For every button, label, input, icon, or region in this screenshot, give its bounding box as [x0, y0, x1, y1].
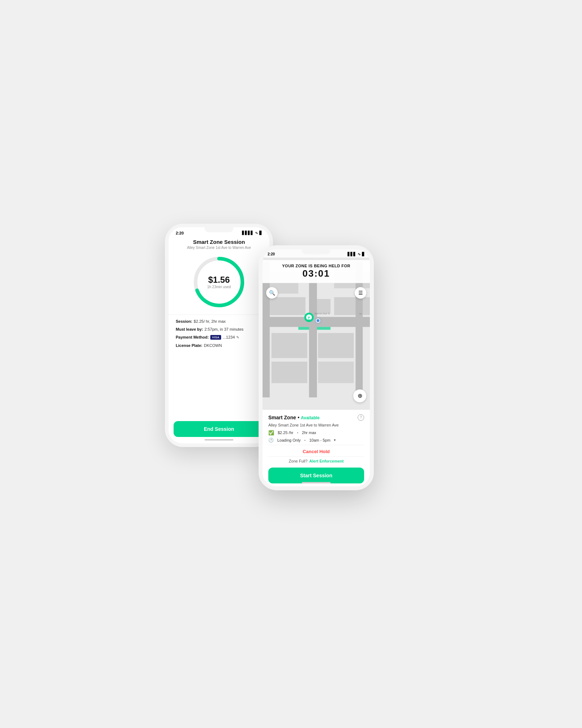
help-button[interactable]: ?: [358, 414, 364, 421]
map-area: Warren Ave N Str 2:20 ▋▋▋ ∿ ▊: [263, 249, 370, 410]
circle-time: 1h 23min used: [207, 285, 231, 289]
svg-text:P: P: [308, 316, 310, 320]
left-title: Smart Zone Session: [169, 239, 269, 245]
max-time: 2hr max: [302, 430, 316, 435]
menu-icon: ☰: [358, 290, 363, 296]
home-indicator-left: [205, 439, 233, 441]
compass-button[interactable]: ⊕: [353, 389, 366, 402]
alert-enforcement-link[interactable]: Alert Enforcement: [309, 459, 344, 463]
menu-button[interactable]: ☰: [355, 287, 366, 299]
visa-badge: VISA: [210, 335, 221, 340]
bullet-sep: •: [297, 430, 298, 435]
zone-title: Smart Zone: [268, 415, 296, 420]
phone-right: Warren Ave N Str 2:20 ▋▋▋ ∿ ▊: [259, 245, 374, 490]
battery-icon: ▊: [259, 231, 262, 235]
license-label: License Plate:: [176, 343, 202, 348]
price: $2.25 /hr: [278, 430, 293, 435]
left-subtitle: Alley Smart Zone 1st Ave to Warren Ave: [169, 246, 269, 250]
circle-text: $1.56 1h 23min used: [207, 275, 231, 289]
mustleave-value: 2:57pm, in 37 minutes: [205, 327, 243, 331]
hold-banner: YOUR ZONE IS BEING HELD FOR 03:01: [263, 260, 370, 283]
status-icons-left: ▋▋▋▋ ∿ ▊: [242, 231, 262, 235]
circle-amount: $1.56: [207, 275, 231, 285]
svg-text:Warren Ave N: Warren Ave N: [314, 312, 330, 314]
check-icon: ✅: [268, 430, 274, 436]
mustleave-label: Must leave by:: [176, 327, 203, 331]
search-icon[interactable]: 🔍: [266, 287, 278, 299]
map-pin: P: [304, 312, 314, 326]
svg-rect-14: [272, 333, 307, 358]
card-number: ...1234: [223, 335, 235, 339]
svg-rect-15: [318, 333, 354, 358]
home-indicator-right: [302, 482, 331, 483]
info-section: Session: $2.25/ hr, 2hr max Must leave b…: [169, 314, 269, 351]
left-phone-content: 2:20 ▋▋▋▋ ∿ ▊ Smart Zone Session Alley S…: [169, 227, 269, 443]
bottom-panel: Smart Zone • Available ? Alley Smart Zon…: [263, 410, 370, 486]
mustleave-row: Must leave by: 2:57pm, in 37 minutes: [176, 327, 262, 331]
session-label: Session:: [176, 319, 192, 323]
user-location: [316, 318, 320, 323]
chevron-down-icon[interactable]: ▾: [334, 438, 336, 442]
time-right: 2:20: [268, 252, 275, 256]
payment-row: Payment Method: VISA ...1234 ✎: [176, 335, 262, 340]
cancel-hold-button[interactable]: Cancel Hold: [268, 445, 364, 457]
session-info: $2.25/ hr, 2hr max: [194, 319, 226, 323]
start-session-button[interactable]: Start Session: [268, 468, 364, 483]
compass-icon: ⊕: [358, 392, 362, 399]
phone-left: 2:20 ▋▋▋▋ ∿ ▊ Smart Zone Session Alley S…: [165, 224, 273, 447]
restriction: Loading Only: [277, 438, 301, 442]
time-left: 2:20: [176, 231, 184, 235]
signal-icon: ▋▋▋▋: [242, 231, 254, 235]
search-button[interactable]: 🔍: [266, 287, 278, 299]
zone-address: Alley Smart Zone 1st Ave to Warren Ave: [268, 423, 364, 427]
zone-full-label: Zone Full?: [289, 459, 308, 463]
right-phone-content: Warren Ave N Str 2:20 ▋▋▋ ∿ ▊: [263, 249, 370, 486]
hold-timer: 03:01: [266, 268, 366, 279]
license-value: DKCOWN: [204, 343, 222, 348]
hours: 10am - 5pm: [309, 438, 331, 442]
zone-title-group: Smart Zone • Available: [268, 414, 320, 421]
zone-header: Smart Zone • Available ?: [268, 414, 364, 421]
hold-label: YOUR ZONE IS BEING HELD FOR: [266, 264, 366, 268]
battery-icon-right: ▊: [362, 252, 365, 256]
notch-right: [302, 249, 331, 254]
zone-status: Available: [301, 415, 319, 420]
session-row: Session: $2.25/ hr, 2hr max: [176, 319, 262, 323]
clock-icon: 🕐: [268, 438, 274, 443]
svg-rect-16: [272, 361, 307, 383]
payment-label: Payment Method:: [176, 335, 209, 339]
progress-circle: $1.56 1h 23min used: [190, 253, 248, 311]
wifi-icon-right: ∿: [358, 252, 361, 256]
signal-icon-right: ▋▋▋: [348, 252, 356, 256]
restriction-row: 🕐 Loading Only • 10am - 5pm ▾: [268, 438, 364, 443]
zone-full-row: Zone Full? Alert Enforcement: [268, 459, 364, 463]
pin-svg: P: [304, 312, 314, 325]
scene: 2:20 ▋▋▋▋ ∿ ▊ Smart Zone Session Alley S…: [129, 202, 453, 526]
svg-rect-17: [318, 361, 354, 383]
zone-sep: •: [297, 415, 301, 420]
license-row: License Plate: DKCOWN: [176, 343, 262, 348]
spacer: [169, 351, 269, 421]
dot-sep2: •: [304, 438, 306, 442]
wifi-icon: ∿: [255, 231, 258, 235]
end-session-button[interactable]: End Session: [174, 421, 264, 437]
svg-text:Str: Str: [359, 312, 362, 314]
svg-rect-8: [334, 297, 370, 315]
price-row: ✅ $2.25 /hr • 2hr max: [268, 430, 364, 436]
status-icons-right: ▋▋▋ ∿ ▊: [348, 252, 365, 256]
edit-icon[interactable]: ✎: [236, 335, 239, 339]
notch-left: [205, 227, 233, 232]
